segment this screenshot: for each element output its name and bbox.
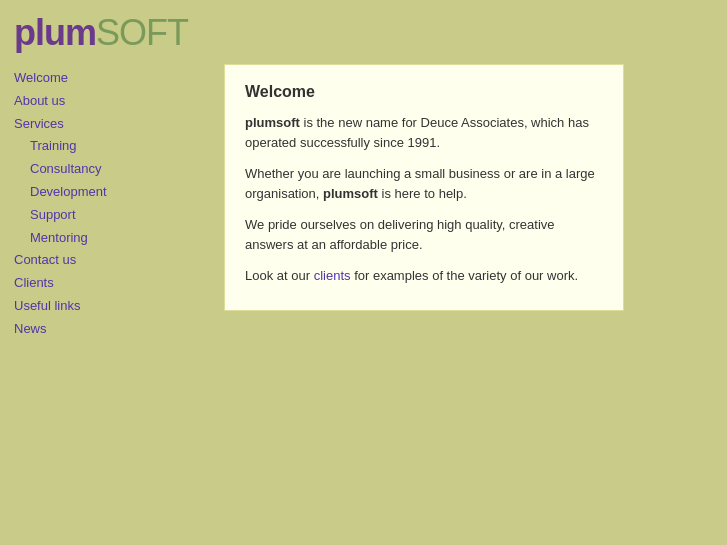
brand-name-1: plumsoft xyxy=(245,115,300,130)
nav-mentoring[interactable]: Mentoring xyxy=(14,228,224,249)
header: plumSOFT xyxy=(0,0,727,64)
logo-soft: SOFT xyxy=(96,12,188,53)
nav-training[interactable]: Training xyxy=(14,136,224,157)
welcome-para4-pre: Look at our xyxy=(245,268,314,283)
welcome-para1: plumsoft is the new name for Deuce Assoc… xyxy=(245,113,603,152)
welcome-para2: Whether you are launching a small busine… xyxy=(245,164,603,203)
welcome-para4-post: for examples of the variety of our work. xyxy=(351,268,579,283)
brand-name-2: plumsoft xyxy=(323,186,378,201)
nav-clients[interactable]: Clients xyxy=(14,273,224,294)
nav-contact-us[interactable]: Contact us xyxy=(14,250,224,271)
logo-plum: plum xyxy=(14,12,96,53)
welcome-para3: We pride ourselves on delivering high qu… xyxy=(245,215,603,254)
nav-services[interactable]: Services xyxy=(14,114,224,135)
nav-about-us[interactable]: About us xyxy=(14,91,224,112)
logo: plumSOFT xyxy=(14,12,188,54)
welcome-para2-post: is here to help. xyxy=(378,186,467,201)
nav-welcome[interactable]: Welcome xyxy=(14,68,224,89)
nav-useful-links[interactable]: Useful links xyxy=(14,296,224,317)
nav-support[interactable]: Support xyxy=(14,205,224,226)
nav-news[interactable]: News xyxy=(14,319,224,340)
welcome-box: Welcome plumsoft is the new name for Deu… xyxy=(224,64,624,311)
welcome-para4: Look at our clients for examples of the … xyxy=(245,266,603,286)
nav-development[interactable]: Development xyxy=(14,182,224,203)
sidebar: Welcome About us Services Training Consu… xyxy=(14,64,224,340)
clients-link[interactable]: clients xyxy=(314,268,351,283)
sidebar-nav: Welcome About us Services Training Consu… xyxy=(14,68,224,340)
nav-consultancy[interactable]: Consultancy xyxy=(14,159,224,180)
layout: Welcome About us Services Training Consu… xyxy=(0,64,727,340)
main-content: Welcome plumsoft is the new name for Deu… xyxy=(224,64,624,340)
welcome-heading: Welcome xyxy=(245,83,603,101)
